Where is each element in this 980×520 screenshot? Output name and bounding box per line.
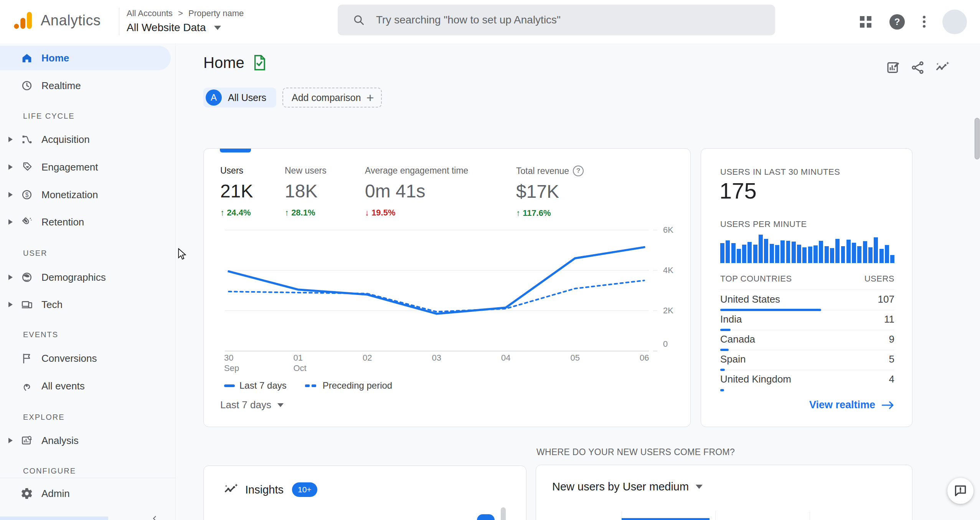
view-realtime-link[interactable]: View realtime (809, 399, 895, 411)
sidebar-item-home[interactable]: Home (0, 46, 171, 70)
sidebar-item-monetization[interactable]: $Monetization (0, 182, 171, 207)
share-icon (910, 60, 926, 75)
search-placeholder: Try searching "how to set up Analytics" (376, 14, 561, 26)
expand-arrow-icon[interactable] (8, 302, 13, 307)
insights-scrollbar[interactable] (501, 507, 506, 520)
metric-label: Users (220, 166, 253, 176)
metric-total-revenue[interactable]: Total revenue?$17K↑ 117.6% (516, 166, 584, 218)
sidebar-item-conversions[interactable]: Conversions (0, 346, 171, 371)
all-users-chip-label: All Users (228, 92, 266, 103)
property-selector[interactable]: All Website Data (127, 22, 221, 34)
insights-title: Insights (245, 484, 284, 496)
new-users-question: WHERE DO YOUR NEW USERS COME FROM? (536, 447, 735, 457)
report-actions (881, 57, 955, 78)
expand-arrow-icon[interactable] (8, 137, 13, 142)
customize-report-button[interactable] (881, 57, 906, 78)
country-users: 5 (889, 353, 894, 365)
help-button[interactable]: ? (885, 0, 909, 43)
breadcrumb-all-accounts[interactable]: All Accounts (127, 8, 173, 18)
share-report-button[interactable] (906, 57, 930, 78)
metric-delta: ↓ 19.5% (365, 208, 468, 218)
top-countries-header: TOP COUNTRIES USERS (720, 274, 894, 290)
expand-arrow-icon[interactable] (8, 219, 13, 225)
sidebar-item-label: Admin (41, 488, 70, 500)
help-icon[interactable]: ? (573, 166, 584, 176)
realtime-title: USERS IN LAST 30 MINUTES (720, 167, 840, 177)
users-per-minute-label: USERS PER MINUTE (720, 219, 807, 229)
sidebar-item-label: Demographics (41, 272, 106, 283)
breadcrumb: All Accounts > Property name (127, 8, 244, 18)
comparison-a-badge: A (206, 89, 222, 106)
sidebar-section-life-cycle: LIFE CYCLE (23, 112, 74, 121)
per-minute-bar (835, 239, 840, 263)
account-avatar[interactable] (939, 0, 970, 43)
country-users: 9 (889, 333, 894, 345)
metric-label: Total revenue? (516, 166, 584, 176)
per-minute-bar (825, 246, 829, 263)
per-minute-bar (830, 248, 834, 263)
search-bar[interactable]: Try searching "how to set up Analytics" (338, 5, 775, 35)
sidebar-item-demographics[interactable]: Demographics (0, 265, 171, 290)
per-minute-bar (770, 244, 774, 263)
country-users: 11 (884, 313, 894, 325)
insights-button[interactable] (930, 57, 955, 78)
insights-sparkline-icon (223, 482, 239, 497)
per-minute-bar (879, 249, 884, 263)
gridline (810, 511, 810, 520)
add-comparison-label: Add comparison (292, 92, 361, 103)
y-axis-tick: 0 (663, 339, 668, 349)
users-trend-chart[interactable] (225, 223, 670, 356)
insights-count-badge[interactable]: 10+ (292, 482, 317, 497)
legend-preceding-period: Preceding period (323, 380, 392, 391)
expand-arrow-icon[interactable] (8, 192, 13, 197)
comparison-chips: A All Users Add comparison + (203, 88, 382, 108)
sidebar-item-analysis[interactable]: Analysis (0, 428, 171, 453)
sidebar-item-label: Monetization (41, 189, 98, 201)
sidebar-item-retention[interactable]: Retention (0, 210, 171, 234)
apps-grid-icon (860, 16, 871, 28)
retention-icon (20, 215, 34, 229)
chevron-down-icon (277, 403, 284, 407)
sidebar-item-engagement[interactable]: Engagement (0, 155, 171, 179)
partial-new-badge (477, 514, 495, 520)
expand-arrow-icon[interactable] (8, 438, 13, 443)
google-analytics-logo[interactable]: Analytics (12, 8, 101, 32)
country-row-canada: Canada9 (720, 330, 894, 350)
per-minute-bar (857, 246, 861, 263)
sidebar-item-acquisition[interactable]: Acquisition (0, 127, 171, 152)
feedback-button[interactable] (947, 478, 973, 504)
gear-icon (20, 487, 34, 500)
per-minute-bar (731, 243, 736, 263)
apps-grid-button[interactable] (853, 0, 878, 43)
expand-arrow-icon[interactable] (8, 164, 13, 170)
x-axis-tick: 01Oct (294, 353, 307, 373)
all-users-chip[interactable]: A All Users (203, 88, 276, 108)
metric-users[interactable]: Users21K↑ 24.4% (220, 166, 253, 218)
x-axis-tick: 30Sep (224, 353, 239, 373)
breadcrumb-property-name[interactable]: Property name (188, 8, 244, 18)
sidebar-item-all-events[interactable]: All events (0, 374, 171, 398)
per-minute-bar (780, 240, 785, 263)
sidebar-bottom-partial-item (0, 517, 108, 520)
metric-average-engagement-time[interactable]: Average engagement time0m 41s↓ 19.5% (365, 166, 468, 218)
per-minute-bar (747, 242, 752, 263)
clock-icon (20, 79, 34, 93)
svg-text:$: $ (25, 192, 29, 198)
sidebar-item-tech[interactable]: Tech (0, 292, 171, 317)
per-minute-bar (863, 241, 867, 263)
date-range-selector[interactable]: Last 7 days (220, 399, 284, 411)
flag-icon (20, 351, 34, 365)
sidebar-collapse-icon[interactable] (152, 515, 158, 520)
country-users: 4 (889, 373, 894, 385)
metric-new-users[interactable]: New users18K↑ 28.1% (285, 166, 327, 218)
new-users-dimension-selector[interactable]: New users by User medium (552, 480, 703, 493)
expand-arrow-icon[interactable] (8, 275, 13, 280)
sidebar-item-admin[interactable]: Admin (0, 481, 171, 506)
dashed-series-swatch (305, 384, 318, 387)
sidebar-item-realtime[interactable]: Realtime (0, 73, 171, 98)
page-scrollbar[interactable] (975, 118, 980, 159)
more-menu-button[interactable] (914, 0, 934, 43)
chevron-down-icon (696, 485, 703, 489)
realtime-user-count: 175 (719, 178, 757, 204)
add-comparison-button[interactable]: Add comparison + (282, 88, 382, 108)
